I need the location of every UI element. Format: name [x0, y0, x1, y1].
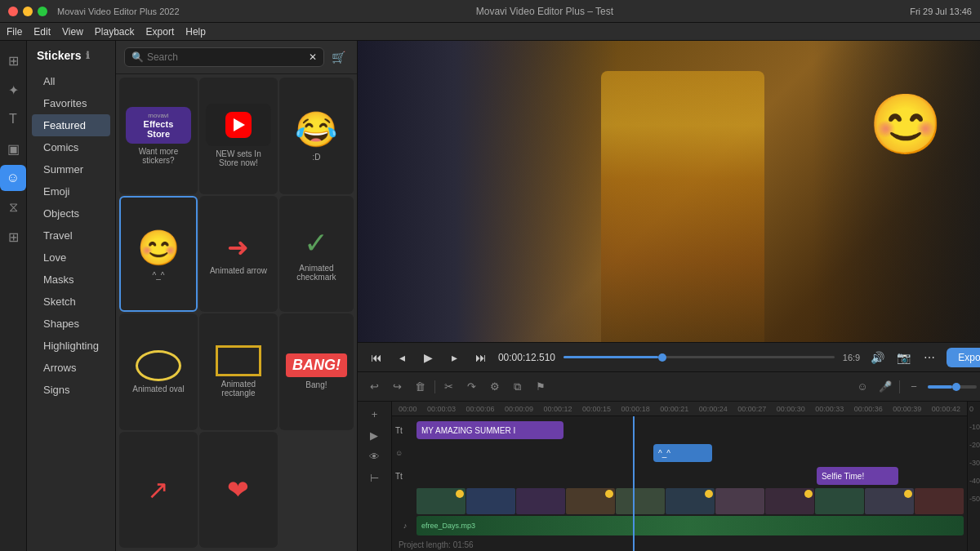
delete-button[interactable]: 🗑 — [412, 378, 430, 396]
video-frame: 😊 — [358, 41, 980, 342]
sticker-label-happy: :D — [312, 153, 320, 162]
category-comics[interactable]: Comics — [32, 136, 110, 158]
traffic-lights — [8, 7, 47, 16]
ruler-mark-0: 00:00 — [399, 405, 417, 413]
overlay-button[interactable]: ⧉ — [509, 378, 527, 396]
category-masks[interactable]: Masks — [32, 269, 110, 291]
ruler-mark-8: 00:00:24 — [699, 405, 728, 413]
category-favorites[interactable]: Favorites — [32, 92, 110, 114]
category-love[interactable]: Love — [32, 247, 110, 269]
track-lock-1[interactable]: ⊢ — [365, 469, 383, 487]
sidebar-icon-layout[interactable]: ▣ — [0, 136, 26, 162]
sidebar-icon-effects[interactable]: ⊞ — [0, 224, 26, 250]
mic-button[interactable]: 🎤 — [876, 378, 894, 396]
filmstrip-container — [416, 488, 964, 514]
menu-file[interactable]: File — [7, 26, 22, 38]
title2-clip-1[interactable]: Selfie Time! — [817, 467, 898, 485]
menu-view[interactable]: View — [62, 26, 83, 38]
main-area: ⊞ ✦ T ▣ ☺ ⧖ ⊞ Stickers ℹ All Favorites F… — [0, 41, 980, 551]
sidebar-icon-text[interactable]: T — [0, 106, 26, 132]
sticker-label-checkmark: Animated checkmark — [286, 264, 347, 282]
skip-to-end-button[interactable]: ⏭ — [472, 349, 490, 367]
sticker-smile[interactable]: 😊 ^_^ — [119, 196, 198, 313]
clear-search-icon[interactable]: ✕ — [309, 51, 317, 63]
fullscreen-icon[interactable]: ⋯ — [920, 349, 938, 367]
title-clip-1[interactable]: MY AMAZING SUMMER I — [416, 421, 564, 439]
timeline-btn-2[interactable]: ↷ — [463, 378, 481, 396]
redo-button[interactable]: ↪ — [389, 378, 407, 396]
sticker-bang[interactable]: BANG! Bang! — [279, 313, 354, 430]
sticker-effects-store[interactable]: movavi Effects Store Want more stickers? — [119, 78, 198, 194]
zoom-out-button[interactable]: − — [905, 378, 923, 396]
title2-track-row: Tt Selfie Time! — [395, 465, 964, 487]
title-bar-right: Fri 29 Jul 13:46 — [910, 7, 972, 16]
category-featured[interactable]: Featured — [32, 114, 110, 136]
category-arrows[interactable]: Arrows — [32, 357, 110, 379]
step-forward-button[interactable]: ▸ — [446, 349, 464, 367]
progress-bar[interactable] — [564, 356, 835, 358]
ruler-mark-6: 00:00:18 — [621, 405, 650, 413]
menu-playback[interactable]: Playback — [95, 26, 135, 38]
timeline: ↩ ↪ 🗑 ✂ ↷ ⚙ ⧉ ⚑ ☺ 🎤 − + — [358, 371, 980, 551]
minimize-button[interactable] — [23, 7, 33, 16]
sticker-partial2[interactable]: ❤ — [199, 432, 278, 549]
aspect-ratio-label: 16:9 — [843, 353, 860, 362]
settings-button[interactable]: ⚙ — [486, 378, 504, 396]
face-button[interactable]: ☺ — [853, 378, 871, 396]
volume-icon[interactable]: 🔊 — [868, 349, 886, 367]
undo-button[interactable]: ↩ — [366, 378, 384, 396]
category-summer[interactable]: Summer — [32, 158, 110, 180]
close-button[interactable] — [8, 7, 18, 16]
maximize-button[interactable] — [38, 7, 47, 16]
sidebar-icon-grid[interactable]: ⊞ — [0, 47, 26, 73]
stickers-title: Stickers — [37, 49, 81, 62]
category-emoji[interactable]: Emoji — [32, 180, 110, 202]
play-pause-button[interactable]: ▶ — [420, 349, 438, 367]
sticker-checkmark[interactable]: ✓ Animated checkmark — [279, 196, 354, 313]
menu-edit[interactable]: Edit — [33, 26, 51, 38]
export-button[interactable]: Export — [947, 348, 980, 367]
sticker-oval[interactable]: Animated oval — [119, 313, 198, 430]
sticker-partial1[interactable]: ↗ — [119, 432, 198, 549]
sticker-arrow[interactable]: ➜ Animated arrow — [199, 196, 278, 313]
ruler-mark-7: 00:00:21 — [660, 405, 688, 413]
timeline-toolbar: ↩ ↪ 🗑 ✂ ↷ ⚙ ⧉ ⚑ ☺ 🎤 − + — [358, 372, 980, 402]
category-travel[interactable]: Travel — [32, 224, 110, 247]
skip-to-start-button[interactable]: ⏮ — [368, 349, 385, 367]
sidebar-icon-star[interactable]: ✦ — [0, 77, 26, 103]
sidebar-icon-transitions[interactable]: ⧖ — [0, 194, 26, 220]
timeline-track-area: 00:00 00:00:03 00:00:06 00:00:09 00:00:1… — [392, 402, 967, 551]
sticker-label-newsets: NEW sets In Store now! — [206, 149, 271, 167]
track-eye-1[interactable]: 👁 — [365, 447, 383, 465]
info-icon[interactable]: ℹ — [86, 50, 90, 61]
audio-filename: efree_Days.mp3 — [421, 522, 475, 530]
add-track-button[interactable]: + — [365, 405, 383, 423]
sidebar-icon-stickers[interactable]: ☺ — [0, 165, 26, 191]
sticker-label-arrow: Animated arrow — [210, 266, 267, 275]
cart-button[interactable]: 🛒 — [329, 47, 349, 67]
search-input[interactable] — [147, 51, 305, 63]
category-shapes[interactable]: Shapes — [32, 313, 110, 335]
flag-button[interactable]: ⚑ — [532, 378, 550, 396]
sticker-new-sets[interactable]: NEW sets In Store now! — [199, 78, 278, 194]
category-objects[interactable]: Objects — [32, 202, 110, 224]
filmstrip-frame-5 — [616, 488, 665, 514]
search-box[interactable]: 🔍 ✕ — [124, 47, 324, 67]
track-icon-1: ▶ — [365, 426, 383, 444]
category-sketch[interactable]: Sketch — [32, 291, 110, 313]
sticker-happy[interactable]: 😂 :D — [279, 78, 354, 194]
sticker-rectangle[interactable]: Animated rectangle — [199, 313, 278, 430]
menu-export[interactable]: Export — [146, 26, 175, 38]
category-highlighting[interactable]: Highlighting — [32, 335, 110, 357]
cut-button[interactable]: ✂ — [440, 378, 458, 396]
playback-bar: ⏮ ◂ ▶ ▸ ⏭ 00:00:12.510 16:9 🔊 📷 ⋯ Export — [358, 342, 980, 371]
category-signs[interactable]: Signs — [32, 379, 110, 401]
category-all[interactable]: All — [32, 70, 110, 92]
snapshot-icon[interactable]: 📷 — [894, 349, 912, 367]
audio-track-icon: ♪ — [403, 522, 408, 530]
sticker-clip-1[interactable]: ^_^ — [653, 444, 712, 462]
progress-thumb[interactable] — [658, 353, 666, 362]
stickers-category-panel: Stickers ℹ All Favorites Featured Comics… — [27, 41, 116, 551]
menu-help[interactable]: Help — [185, 26, 206, 38]
step-back-button[interactable]: ◂ — [394, 349, 412, 367]
